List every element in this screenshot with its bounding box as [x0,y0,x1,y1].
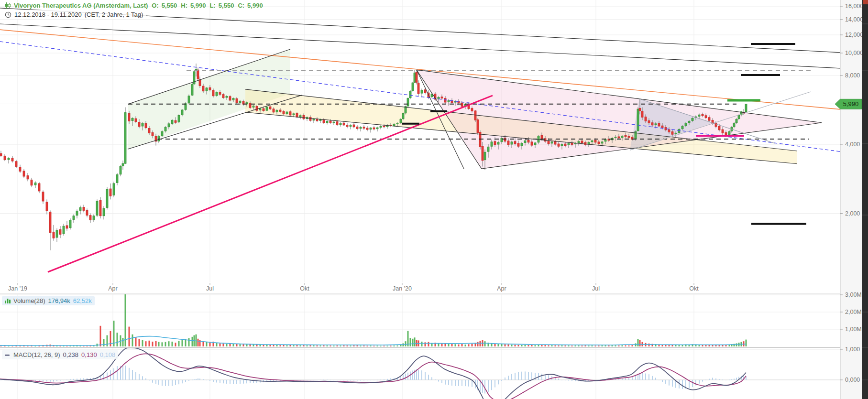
volume-bar [8,346,10,346]
macd-histogram-bar [692,380,693,387]
timeframe: (CET, 2 Jahre, 1 Tag) [85,11,143,18]
volume-bar [139,339,140,346]
side-scroll-strip[interactable] [862,0,868,399]
macd-histogram-bar [313,380,314,380]
candle [448,101,450,102]
candle [336,122,338,125]
candle [416,72,418,82]
volume-label: Volume(28) [13,297,45,304]
volume-bar [387,346,388,346]
volume-bar [384,345,385,346]
candle [497,142,499,144]
volume-bar [132,334,133,346]
candle [551,142,553,143]
y-axis-label: 14,000 [845,16,863,23]
y-axis-label: 3,00M [845,291,862,298]
candle [276,110,278,112]
price-axis[interactable]: 16,00014,00012,00010,0008,0004,0002,0003… [840,0,863,399]
x-axis-label: Jan '19 [8,285,27,292]
candle [0,153,2,156]
volume-bar [117,333,118,346]
volume-bar [511,345,513,346]
macd-histogram-bar [412,371,413,380]
candle [477,120,479,133]
candle [568,143,570,145]
volume-bar [327,345,328,346]
volume-bar [330,345,331,346]
candle [651,123,653,125]
macd-histogram-bar [125,366,126,380]
chart-canvas[interactable]: Jan '19AprJulOktJan '20AprJulOkt16,00014… [0,0,868,399]
macd-histogram-bar [715,378,716,380]
volume-bar [172,342,173,346]
volume-legend[interactable]: Volume(28) 176,94k 62,52k [2,296,95,305]
volume-bar [162,342,163,346]
candle [671,132,673,135]
volume-bar [357,345,358,346]
volume-bar [461,344,463,346]
volume-bar [565,345,566,346]
candle [454,101,456,102]
volume-bar [374,346,375,346]
candle [293,114,295,115]
instrument-legend[interactable]: Vivoryon Therapeutics AG (Amsterdam, Las… [2,1,266,10]
volume-bar [293,345,295,346]
volume-value-1: 176,94k [48,297,70,304]
candle [343,123,345,125]
volume-bar [226,344,228,346]
candle [728,131,730,135]
candle [138,122,140,126]
macd-histogram-bar [665,380,666,384]
candle [216,92,218,96]
macd-histogram-bar [377,380,378,380]
volume-bar [498,344,499,346]
candle [393,124,395,126]
volume-bar [303,345,305,346]
candle [718,126,720,130]
candle [299,116,301,117]
volume-ma-line [0,336,746,345]
macd-legend[interactable]: MACD(12, 26, 9) 0,238 0,130 0,108 [2,350,118,359]
volume-bar [107,335,108,346]
volume-bar [347,345,348,346]
candles [0,64,747,250]
volume-bar [203,341,204,346]
candle [353,125,355,127]
candle [128,114,130,121]
candle [424,90,426,93]
volume-bar [337,345,338,346]
macd-histogram-bar [152,380,153,383]
candle [366,128,368,129]
volume-bar [246,345,248,346]
macd-histogram-bar [192,380,193,380]
volume-pane [0,294,747,346]
macd-histogram-bar [66,380,67,380]
volume-bar [12,346,13,346]
macd-histogram-bar [679,380,680,388]
macd-histogram-bar [60,380,61,381]
volume-bar [100,326,101,346]
volume-bar [484,341,486,346]
volume-bar [541,345,543,346]
candle [702,114,703,116]
macd-histogram-bar [448,380,449,385]
candle [23,171,25,176]
volume-bar [286,345,288,346]
candle [517,143,519,146]
volume-bar [535,345,536,346]
candle [83,207,85,210]
volume-bar [270,345,271,346]
volume-bar [290,345,291,346]
candle [376,128,378,129]
macd-histogram-bar [350,380,351,380]
macd-histogram-bar [206,380,207,380]
macd-value: 0,238 [63,351,79,358]
volume-bar [394,345,395,346]
candle [158,136,160,141]
date-range-legend[interactable]: 12.12.2018 - 19.11.2020 (CET, 2 Jahre, 1… [2,10,146,19]
macd-histogram-bar [682,380,683,389]
candle [441,97,443,98]
volume-bar [472,344,473,346]
candle [11,158,13,161]
candle [514,141,516,144]
